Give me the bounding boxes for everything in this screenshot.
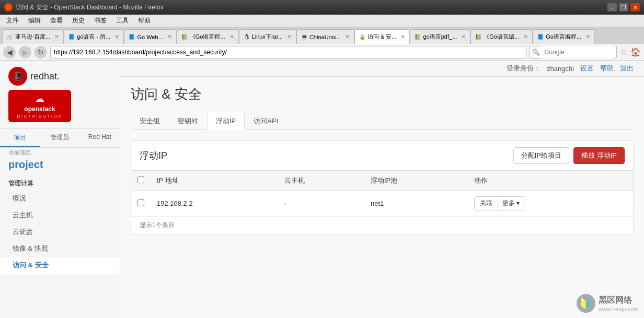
back-button[interactable]: ◀ [3,46,16,58]
menu-history[interactable]: 历史 [68,15,89,26]
page-title: 访问 & 安全 [131,85,634,103]
dropdown-arrow-icon: ▾ [516,199,520,207]
associate-button[interactable]: 关联 [474,196,498,210]
table-row: 192.168.2.2 - net1 关联 更多 ▾ [131,191,633,216]
openstack-dist: DISTRIBUTION [17,114,63,119]
login-label: 登录身份： [507,64,540,73]
settings-link[interactable]: 设置 [580,64,594,73]
tab-close-icon[interactable]: ✕ [461,33,466,40]
sidebar-project-name[interactable]: project [0,159,120,175]
browser-tab[interactable]: 📘 Go语言编程... ✕ [533,29,595,44]
restore-button[interactable]: ❐ [619,3,628,11]
more-actions-button[interactable]: 更多 ▾ [498,196,524,210]
watermark-icon: 🔰 [577,294,595,313]
sidebar-nav-tab-project[interactable]: 项目 [0,129,40,147]
tab-close-icon[interactable]: ✕ [585,33,590,40]
sidebar: 🎩 redhat. ☁ openstack DISTRIBUTION 项目 管理… [0,61,120,318]
menu-tools[interactable]: 工具 [112,15,133,26]
browser-tab[interactable]: 📘 go语言 - 所... ✕ [64,29,124,44]
main-content: 登录身份： zhangchi 设置 帮助 退出 访问 & 安全 安全组 密钥对 … [120,61,644,318]
logout-link[interactable]: 退出 [620,64,634,73]
window-title: 访问 & 安全 - OpenStack Dashboard - Mozilla … [16,3,164,12]
sub-tab-security-groups[interactable]: 安全组 [131,112,169,130]
browser-tab[interactable]: 📗 go语言pdf_... ✕ [410,29,470,44]
browser-tab[interactable]: 💻 ChinaUnix... ✕ [296,29,354,44]
current-user: zhangchi [547,65,574,73]
sidebar-item-access-security[interactable]: 访问 & 安全 [0,257,120,274]
search-input[interactable] [541,46,614,58]
tab-close-icon[interactable]: ✕ [229,33,234,40]
close-button[interactable]: ✕ [630,3,640,11]
panel-footer: 显示1个条目 [131,216,633,234]
sidebar-group-compute: 管理计算 [0,175,120,190]
sidebar-nav-tabs: 项目 管理员 Red Hat [0,129,120,148]
row-checkbox[interactable] [137,199,144,206]
content-panel: 浮动IP 分配IP给项目 稀放 浮动IP IP 地址 云主机 [131,140,634,234]
sub-tabs: 安全组 密钥对 浮动IP 访问API [131,112,634,130]
firefox-logo [4,3,13,11]
sidebar-nav-tab-admin[interactable]: 管理员 [40,129,79,147]
address-bar: ◀ ▶ ↻ 🔍 ☆ 🏠 [0,44,644,61]
pool-cell: net1 [364,191,468,216]
ip-address-cell: 192.168.2.2 [151,191,278,216]
browser-tab[interactable]: 📘 Go Web... ✕ [124,29,176,44]
browser-tab[interactable]: 🛒 亚马逊·百度... ✕ [2,29,64,44]
watermark-sub: www.heiqu.com [599,306,639,312]
allocate-ip-button[interactable]: 分配IP给项目 [513,147,569,164]
sidebar-item-overview[interactable]: 概况 [0,190,120,207]
panel-header: 浮动IP 分配IP给项目 稀放 浮动IP [131,141,633,171]
forward-button[interactable]: ▶ [19,46,31,58]
sub-tab-floating-ips[interactable]: 浮动IP [207,112,245,130]
menu-file[interactable]: 文件 [2,15,23,26]
sidebar-current-project-label: 当前项目 [0,148,120,159]
title-bar: 访问 & 安全 - OpenStack Dashboard - Mozilla … [0,0,644,15]
bookmark-icon[interactable]: ☆ [620,47,627,57]
tab-close-icon[interactable]: ✕ [345,33,350,40]
floating-ip-table: IP 地址 云主机 浮动IP池 动作 192.168.2.2 - [131,171,633,216]
page-content: 访问 & 安全 安全组 密钥对 浮动IP 访问API 浮动IP 分配IP给项目 … [120,77,644,243]
tab-close-icon[interactable]: ✕ [54,33,59,40]
sidebar-item-images[interactable]: 镜像 & 快照 [0,240,120,257]
sidebar-nav-tab-redhat[interactable]: Red Hat [80,129,120,147]
openstack-badge: ☁ openstack DISTRIBUTION [8,90,71,122]
redhat-text: redhat. [30,71,60,82]
panel-title: 浮动IP [140,149,167,162]
openstack-name: openstack [24,105,55,113]
watermark: 🔰 黑区网络 www.heiqu.com [577,294,639,313]
panel-actions: 分配IP给项目 稀放 浮动IP [513,147,625,164]
tab-close-icon[interactable]: ✕ [400,33,405,40]
menu-bookmarks[interactable]: 书签 [90,15,111,26]
refresh-button[interactable]: ↻ [34,46,47,58]
browser-tab[interactable]: 🐧 Linux下rar... ✕ [239,29,296,44]
browser-tab-active[interactable]: 🔒 访问 & 安... ✕ [354,29,410,44]
openstack-icon: ☁ [35,93,44,104]
col-pool: 浮动IP池 [364,171,468,191]
watermark-text: 黑区网络 [599,295,639,306]
minimize-button[interactable]: – [607,3,617,11]
menu-edit[interactable]: 编辑 [24,15,45,26]
browser-tab[interactable]: 📗 《Go语言程... ✕ [177,29,239,44]
browser-tab[interactable]: 📗 《Go语言编... ✕ [470,29,533,44]
sub-tab-api-access[interactable]: 访问API [245,112,287,130]
browser-tabs-bar: 🛒 亚马逊·百度... ✕ 📘 go语言 - 所... ✕ 📘 Go Web..… [0,27,644,44]
select-all-checkbox[interactable] [137,176,144,183]
sidebar-item-volumes[interactable]: 云硬盘 [0,223,120,240]
release-ip-button[interactable]: 稀放 浮动IP [573,147,625,164]
tab-close-icon[interactable]: ✕ [523,33,528,40]
openstack-nav-icon[interactable]: 🏠 [630,47,641,57]
redhat-logo: 🎩 redhat. [8,67,111,86]
search-icon: 🔍 [532,49,540,56]
tab-close-icon[interactable]: ✕ [114,33,119,40]
menu-view[interactable]: 查看 [46,15,67,26]
url-input[interactable] [50,46,526,58]
tab-close-icon[interactable]: ✕ [167,33,172,40]
col-instance: 云主机 [278,171,365,191]
sub-tab-keypairs[interactable]: 密钥对 [169,112,207,130]
help-link[interactable]: 帮助 [600,64,614,73]
sidebar-item-instances[interactable]: 云主机 [0,207,120,223]
actions-cell: 关联 更多 ▾ [468,191,633,216]
redhat-circle-icon: 🎩 [8,67,27,86]
tab-close-icon[interactable]: ✕ [287,33,292,40]
col-ip-address: IP 地址 [151,171,278,191]
menu-help[interactable]: 帮助 [134,15,155,26]
